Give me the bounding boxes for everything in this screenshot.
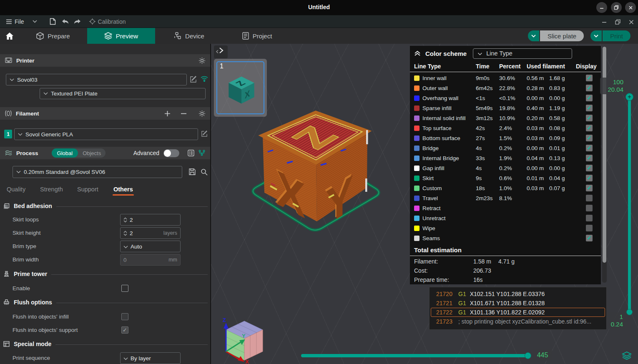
- save-button[interactable]: [50, 18, 56, 25]
- restore-app-icon[interactable]: [615, 19, 620, 25]
- display-checkbox[interactable]: [586, 125, 593, 131]
- layer-slider-track[interactable]: [628, 97, 631, 312]
- stepper-arrows-icon[interactable]: [123, 217, 127, 223]
- color-scheme-select[interactable]: Line Type: [473, 48, 572, 59]
- calibration-menu[interactable]: Calibration: [89, 18, 126, 25]
- display-checkbox[interactable]: [586, 85, 593, 91]
- brim-type-select[interactable]: Auto: [120, 241, 181, 252]
- prime-tower-enable-checkbox[interactable]: [121, 285, 128, 292]
- restore-window-button[interactable]: [611, 2, 622, 13]
- tab-preview[interactable]: Preview: [87, 28, 155, 44]
- flush-support-row: Flush into objects' support: [0, 324, 211, 337]
- layers-view-icon[interactable]: [622, 351, 632, 361]
- display-checkbox[interactable]: [586, 235, 593, 241]
- chevron-down-icon: [123, 355, 128, 361]
- printed-model[interactable]: Z X X Y Y: [226, 104, 405, 284]
- skirt-loops-stepper[interactable]: 2: [120, 214, 181, 226]
- print-dropdown-button[interactable]: [590, 30, 602, 41]
- display-checkbox[interactable]: [586, 185, 593, 191]
- collapse-legend-icon[interactable]: [414, 50, 421, 56]
- brim-type-label: Brim type: [13, 243, 36, 249]
- display-checkbox[interactable]: [586, 105, 593, 111]
- skirt-height-value[interactable]: 2: [130, 230, 133, 236]
- print-button[interactable]: Print: [603, 30, 630, 41]
- flush-support-checkbox[interactable]: [121, 326, 128, 334]
- save-preset-icon[interactable]: [188, 168, 196, 176]
- display-checkbox[interactable]: [586, 115, 593, 121]
- tab-device[interactable]: Device: [155, 28, 223, 44]
- file-menu[interactable]: File: [6, 18, 37, 25]
- gcode-line[interactable]: 21723; stop printing object xyzCalibrati…: [431, 317, 605, 326]
- display-checkbox[interactable]: [586, 155, 593, 161]
- tab-quality[interactable]: Quality: [7, 186, 25, 193]
- search-settings-icon[interactable]: [201, 168, 208, 176]
- undo-button[interactable]: [62, 19, 69, 25]
- remove-filament-icon[interactable]: [181, 110, 187, 117]
- edit-filament-icon[interactable]: [201, 131, 208, 137]
- wifi-icon[interactable]: [201, 76, 208, 82]
- line-type-time: 18s: [476, 185, 499, 191]
- tab-support[interactable]: Support: [77, 186, 98, 193]
- process-preset-select[interactable]: 0.20mm Standard @Sovol SV06: [13, 166, 182, 178]
- stepper-arrows-icon[interactable]: [123, 231, 127, 236]
- line-type-name: Seams: [422, 235, 476, 241]
- display-checkbox[interactable]: [586, 225, 593, 231]
- edit-printer-icon[interactable]: [190, 76, 197, 83]
- move-slider-track[interactable]: [301, 354, 529, 357]
- display-checkbox[interactable]: [586, 215, 593, 221]
- tab-home[interactable]: [0, 28, 19, 44]
- display-checkbox[interactable]: [586, 95, 593, 101]
- display-checkbox[interactable]: [586, 75, 593, 81]
- layer-slider-lower-handle[interactable]: [626, 309, 633, 315]
- layer-slider-upper-handle[interactable]: +: [625, 93, 633, 101]
- display-checkbox[interactable]: [586, 135, 593, 141]
- filament-preset-select[interactable]: Sovol Generic PLA: [14, 128, 198, 140]
- gcode-command: G1: [458, 300, 466, 306]
- tab-strength[interactable]: Strength: [40, 186, 63, 193]
- tab-others[interactable]: Others: [113, 186, 133, 193]
- print-sequence-select[interactable]: By layer: [120, 352, 181, 364]
- parameter-tree-icon[interactable]: [198, 150, 206, 156]
- viewport-3d[interactable]: 1 Z X: [211, 44, 638, 364]
- orientation-gizmo[interactable]: Z X Y: [214, 317, 277, 364]
- gcode-line[interactable]: 21720G1X102.151 Y101.288 E.03376: [431, 289, 605, 299]
- slice-dropdown-button[interactable]: [528, 30, 539, 41]
- skirt-height-stepper[interactable]: 2 layers: [120, 227, 181, 239]
- minimize-window-button[interactable]: [596, 2, 607, 13]
- slice-plate-button[interactable]: Slice plate: [540, 30, 584, 41]
- flush-infill-checkbox[interactable]: [121, 313, 128, 320]
- display-checkbox[interactable]: [586, 205, 593, 211]
- close-window-button[interactable]: [625, 2, 636, 13]
- move-slider-handle[interactable]: [525, 352, 531, 359]
- display-checkbox[interactable]: [586, 195, 593, 201]
- main-tab-bar: Prepare Preview Device Project Slice pla…: [0, 28, 638, 44]
- minimize-app-icon[interactable]: [602, 20, 607, 25]
- scope-global-button[interactable]: Global: [52, 148, 78, 158]
- tab-project[interactable]: Project: [223, 28, 291, 44]
- gcode-line[interactable]: 21722G1X101.136 Y101.822 E.02092: [431, 308, 605, 317]
- filament-settings-gear-icon[interactable]: [198, 110, 206, 117]
- advanced-toggle[interactable]: [163, 149, 179, 157]
- tab-prepare[interactable]: Prepare: [19, 28, 87, 44]
- gcode-line[interactable]: 21721G1X101.671 Y101.288 E.01328: [431, 299, 605, 308]
- display-checkbox[interactable]: [586, 145, 593, 151]
- sidebar-collapse-button[interactable]: [214, 45, 228, 58]
- chevron-down-icon[interactable]: [33, 20, 37, 23]
- printer-preset-select[interactable]: Sovol03: [6, 74, 187, 85]
- skirt-loops-value[interactable]: 2: [130, 217, 133, 223]
- application-window: Untitled File Calibration: [0, 0, 638, 364]
- scope-objects-button[interactable]: Objects: [78, 150, 105, 156]
- line-type-percent: 0.6%: [499, 175, 527, 181]
- line-type-used-g: 0.13 g: [549, 155, 574, 161]
- printer-settings-gear-icon[interactable]: [198, 57, 206, 64]
- display-checkbox[interactable]: [586, 175, 593, 181]
- close-app-icon[interactable]: [629, 20, 634, 25]
- redo-button[interactable]: [73, 19, 81, 25]
- legend-row: Retract: [410, 203, 601, 213]
- add-filament-icon[interactable]: [164, 110, 171, 117]
- filament-slot-badge[interactable]: 1: [4, 130, 12, 138]
- legend-row: Inner wall9m0s30.6%0.56 m1.68 g: [410, 73, 601, 83]
- display-checkbox[interactable]: [586, 165, 593, 171]
- build-plate-select[interactable]: Textured PEI Plate: [40, 88, 206, 99]
- compare-preset-icon[interactable]: [188, 150, 194, 156]
